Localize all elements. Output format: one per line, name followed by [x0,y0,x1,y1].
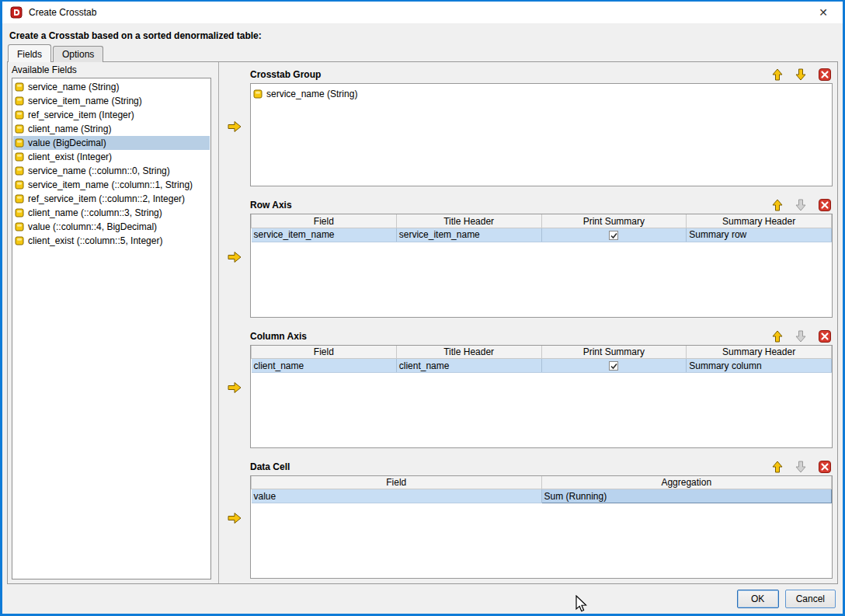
row-axis-summary-header-cell[interactable]: Summary row [687,228,832,242]
available-fields-label: Available Fields [12,64,211,78]
data-cell-table[interactable]: Field Aggregation value Sum (Running) [251,476,832,504]
column-axis-print-summary-checkbox[interactable] [609,361,618,371]
group-item-label: service_name (String) [266,89,357,99]
field-label: value (BigDecimal) [28,137,106,148]
column-axis-delete-button[interactable] [819,330,831,343]
column-header[interactable]: Field [252,346,397,359]
add-to-data-cell-button[interactable] [227,512,242,524]
column-axis-move-up-button[interactable] [772,330,783,343]
available-field-item[interactable]: client_exist (::column::5, Integer) [13,234,210,248]
data-cell-field-cell[interactable]: value [252,489,542,503]
column-header[interactable]: Print Summary [541,346,687,359]
column-header[interactable]: Summary Header [687,346,832,359]
column-axis-title-header-cell[interactable]: client_name [396,359,541,373]
column-axis-field-cell[interactable]: client_name [252,359,397,373]
column-header[interactable]: Print Summary [541,214,687,228]
column-axis-section: Column Axis Field [250,328,833,448]
column-axis-move-down-button[interactable] [795,330,806,343]
field-icon [15,82,24,92]
field-icon [15,208,24,218]
app-icon [10,6,23,19]
row-axis-table-wrap: Field Title Header Print Summary Summary… [250,214,833,317]
row-axis-field-cell[interactable]: service_item_name [252,228,397,242]
titlebar: Create Crosstab ✕ [2,2,843,23]
row-axis-move-up-button[interactable] [772,199,783,211]
field-icon [15,138,24,148]
field-label: ref_service_item (::column::2, Integer) [28,193,185,204]
column-header[interactable]: Field [252,214,397,228]
field-label: service_item_name (String) [28,96,142,106]
available-field-item[interactable]: service_name (String) [13,80,210,94]
field-label: service_item_name (::column::1, String) [28,179,193,190]
tab-options[interactable]: Options [53,46,103,62]
column-axis-title: Column Axis [250,331,307,342]
cancel-button[interactable]: Cancel [785,590,836,608]
data-cell-section: Data Cell Field [250,458,833,579]
column-axis-table[interactable]: Field Title Header Print Summary Summary… [251,346,832,374]
data-cell-aggregation-cell[interactable]: Sum (Running) [541,489,832,503]
column-header[interactable]: Title Header [396,214,541,228]
available-field-item[interactable]: client_name (::column::3, String) [13,206,210,220]
row-axis-title-header-cell[interactable]: service_item_name [396,228,541,242]
available-fields-panel: Available Fields service_name (String) s… [8,62,214,583]
column-header[interactable]: Summary Header [687,214,832,228]
available-field-item-selected[interactable]: value (BigDecimal) [13,136,210,150]
row-axis-table[interactable]: Field Title Header Print Summary Summary… [251,214,832,242]
field-icon [15,96,24,106]
available-field-item[interactable]: service_item_name (String) [13,94,210,108]
data-cell-row[interactable]: value Sum (Running) [252,489,832,503]
available-field-item[interactable]: service_item_name (::column::1, String) [13,178,210,192]
field-label: service_name (String) [28,82,119,92]
fields-tab-panel: Available Fields service_name (String) s… [7,61,838,584]
close-icon[interactable]: ✕ [812,2,835,23]
tab-fields[interactable]: Fields [8,44,51,62]
tab-bar: Fields Options [2,44,843,62]
field-icon [15,180,24,190]
add-to-row-axis-button[interactable] [227,251,242,263]
field-icon [15,166,24,176]
data-cell-move-down-button[interactable] [795,461,806,473]
crosstab-config-panel: Crosstab Group service_name (String) [219,62,837,583]
add-to-column-axis-button[interactable] [227,381,242,394]
ok-button[interactable]: OK [737,590,779,608]
field-label: client_name (::column::3, String) [28,207,162,218]
field-icon [15,236,24,245]
column-header[interactable]: Title Header [396,346,541,359]
field-label: value (::column::4, BigDecimal) [28,221,157,232]
crosstab-group-item[interactable]: service_name (String) [253,87,829,101]
crosstab-group-title: Crosstab Group [250,69,321,80]
create-crosstab-dialog: Create Crosstab ✕ Create a Crosstab base… [0,0,845,616]
row-axis-move-down-button[interactable] [795,199,806,211]
column-header[interactable]: Aggregation [541,476,832,489]
crosstab-group-delete-button[interactable] [819,68,831,81]
row-axis-print-summary-checkbox[interactable] [609,231,618,240]
available-field-item[interactable]: ref_service_item (Integer) [13,108,210,122]
available-field-item[interactable]: service_name (::column::0, String) [13,164,210,178]
column-axis-summary-header-cell[interactable]: Summary column [687,359,832,373]
field-icon [15,222,24,231]
crosstab-group-list[interactable]: service_name (String) [250,83,833,186]
available-field-item[interactable]: client_exist (Integer) [13,150,210,164]
available-field-item[interactable]: value (::column::4, BigDecimal) [13,220,210,234]
column-header[interactable]: Field [252,476,542,489]
field-label: client_name (String) [28,124,111,134]
available-field-item[interactable]: client_name (String) [13,122,210,136]
available-field-item[interactable]: ref_service_item (::column::2, Integer) [13,192,210,206]
window-title: Create Crosstab [29,7,96,18]
column-axis-row[interactable]: client_name client_name Summary column [252,359,832,373]
crosstab-group-move-up-button[interactable] [772,68,783,81]
data-cell-table-wrap: Field Aggregation value Sum (Running) [250,475,833,579]
crosstab-group-move-down-button[interactable] [795,68,806,81]
field-icon [15,110,24,120]
data-cell-move-up-button[interactable] [772,461,783,473]
field-icon [15,124,24,134]
data-cell-delete-button[interactable] [819,461,831,473]
crosstab-group-section: Crosstab Group service_name (String) [250,66,833,186]
available-fields-list[interactable]: service_name (String) service_item_name … [12,78,211,579]
field-label: service_name (::column::0, String) [28,165,170,176]
row-axis-row[interactable]: service_item_name service_item_name Summ… [252,228,832,242]
field-icon [253,89,263,99]
column-axis-table-wrap: Field Title Header Print Summary Summary… [250,345,833,448]
row-axis-delete-button[interactable] [819,199,831,211]
add-to-crosstab-group-button[interactable] [227,120,242,133]
